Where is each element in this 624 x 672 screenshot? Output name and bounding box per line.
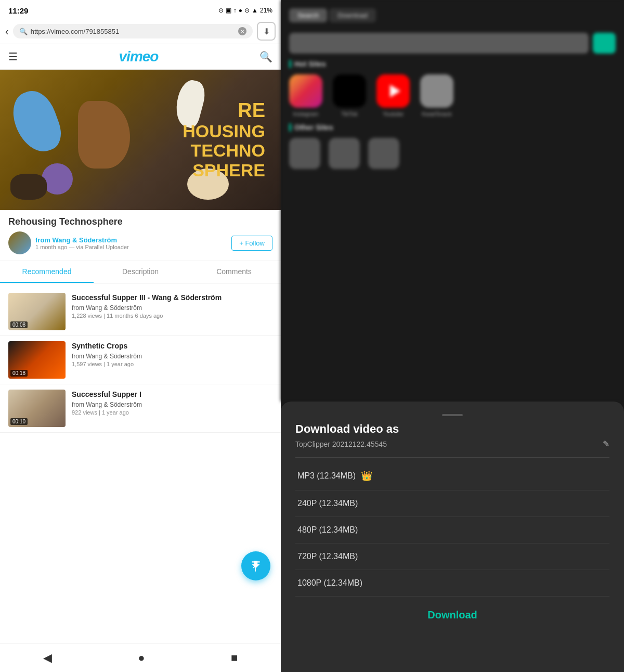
other-label: Kwai/Snack	[422, 111, 451, 117]
download-modal: Download video as TopClipper 20212122.45…	[281, 402, 624, 672]
rec-info: Successful Supper I from Wang & Söderstr…	[72, 390, 272, 416]
left-panel: 11:29 ⊙ ▣ ↑ ● ⊙ ▲ 21% ‹ 🔍 https://vimeo.…	[0, 0, 281, 672]
other-sites-label: Other Sites	[289, 123, 616, 132]
overlay-line4: SPHERE	[183, 161, 265, 180]
tabs-bar: Recommended Description Comments	[0, 261, 281, 283]
instagram-icon	[289, 74, 322, 108]
duration-badge: 00:18	[10, 370, 28, 377]
fab-download-button[interactable]	[241, 551, 270, 580]
format-720p[interactable]: 720P (12.34MB)	[295, 544, 609, 570]
follow-button[interactable]: + Follow	[231, 236, 272, 251]
other-site-1[interactable]	[289, 138, 320, 169]
format-240p[interactable]: 240P (12.34MB)	[295, 490, 609, 517]
rec-info: Synthetic Crops from Wang & Söderström 1…	[72, 341, 272, 367]
tiktok-icon	[333, 74, 366, 108]
menu-icon[interactable]: ☰	[8, 50, 18, 63]
status-icons: ⊙ ▣ ↑ ● ⊙ ▲ 21%	[218, 7, 272, 14]
status-time: 11:29	[8, 6, 28, 15]
format-mp3[interactable]: MP3 (12.34MB) 👑	[295, 462, 609, 490]
list-item[interactable]: 00:18 Synthetic Crops from Wang & Söders…	[0, 336, 281, 384]
author-avatar[interactable]	[8, 231, 31, 254]
close-icon: ✕	[240, 29, 244, 34]
browser-download-button[interactable]: ⬇	[257, 22, 276, 41]
rec-thumbnail-3: 00:10	[8, 390, 66, 427]
list-item[interactable]: 00:08 Successful Supper III - Wang & Söd…	[0, 288, 281, 336]
right-tab-download[interactable]: Download	[329, 8, 376, 22]
search-icon[interactable]: 🔍	[259, 50, 272, 63]
video-info: Rehousing Technosphere from Wang & Söder…	[0, 210, 281, 261]
hot-site-other[interactable]: Kwai/Snack	[420, 74, 453, 117]
screen-icon: ▣	[226, 7, 231, 14]
nav-recents-button[interactable]: ■	[231, 651, 238, 665]
nav-back-button[interactable]: ◀	[43, 651, 52, 665]
clear-button[interactable]: ✕	[238, 27, 246, 35]
other-site-icon	[420, 74, 453, 108]
480p-label: 480P (12.34MB)	[297, 525, 358, 535]
author-text: from Wang & Söderström 1 month ago — via…	[35, 236, 129, 250]
duration-badge: 00:08	[10, 321, 28, 328]
instagram-label: Instagram	[293, 111, 319, 117]
modal-handle	[442, 414, 463, 416]
other-site-2[interactable]	[329, 138, 360, 169]
hot-site-tiktok[interactable]: TikTok	[333, 74, 366, 117]
rec-info: Successful Supper III - Wang & Söderströ…	[72, 293, 272, 319]
right-tabs-row: Search Download	[289, 8, 616, 22]
duration-badge: 00:10	[10, 418, 28, 425]
clock-icon: ⊙	[218, 7, 224, 14]
rec-title: Synthetic Crops	[72, 341, 272, 351]
other-site-3[interactable]	[368, 138, 399, 169]
search-input[interactable]	[289, 33, 589, 54]
hot-sites-grid: Instagram TikTok Youtube Kwai/Snack	[289, 74, 616, 117]
download-button[interactable]: Download	[295, 601, 609, 629]
video-title: Rehousing Technosphere	[8, 216, 272, 227]
hot-site-instagram[interactable]: Instagram	[289, 74, 322, 117]
download-icon: ⬇	[263, 27, 270, 36]
240p-label: 240P (12.34MB)	[297, 499, 358, 508]
rec-stats: 1,597 views | 1 year ago	[72, 361, 272, 367]
status-bar: 11:29 ⊙ ▣ ↑ ● ⊙ ▲ 21%	[0, 0, 281, 19]
tiktok-label: TikTok	[341, 111, 357, 117]
right-search-bar	[289, 33, 616, 54]
edit-icon[interactable]: ✎	[603, 439, 609, 449]
rec-thumbnail-2: 00:18	[8, 341, 66, 379]
hot-sites-label: Hot Sites	[289, 60, 616, 68]
list-item[interactable]: 00:10 Successful Supper I from Wang & Sö…	[0, 384, 281, 433]
video-overlay: RE HOUSING TECHNO SPHERE	[183, 100, 265, 180]
rec-stats: 922 views | 1 year ago	[72, 409, 272, 416]
shape-decoration	[6, 85, 67, 158]
video-meta: from Wang & Söderström 1 month ago — via…	[8, 231, 272, 254]
format-480p[interactable]: 480P (12.34MB)	[295, 517, 609, 544]
tab-recommended[interactable]: Recommended	[0, 261, 94, 283]
modal-filename: TopClipper 20212122.45545	[295, 440, 387, 448]
right-tab-search[interactable]: Search	[289, 8, 327, 22]
rec-title: Successful Supper III - Wang & Söderströ…	[72, 293, 272, 302]
blurred-background: Search Download Hot Sites Instagram TikT…	[281, 0, 624, 402]
vimeo-header: ☰ vimeo 🔍	[0, 44, 281, 70]
other-sites-row	[289, 138, 616, 169]
back-button[interactable]: ‹	[5, 25, 9, 37]
hot-site-youtube[interactable]: Youtube	[376, 74, 410, 117]
shape-decoration	[78, 101, 130, 169]
author-name[interactable]: from Wang & Söderström	[35, 236, 129, 244]
url-text[interactable]: https://vimeo.com/791855851	[31, 28, 235, 35]
address-bar: ‹ 🔍 https://vimeo.com/791855851 ✕ ⬇	[0, 19, 281, 44]
tab-comments[interactable]: Comments	[187, 261, 281, 283]
wifi-icon: ⊙	[244, 7, 250, 14]
1080p-label: 1080P (12.34MB)	[297, 578, 362, 588]
720p-label: 720P (12.34MB)	[297, 552, 358, 561]
svg-marker-0	[390, 85, 400, 97]
search-button[interactable]	[593, 33, 616, 54]
mp3-label: MP3 (12.34MB)	[297, 471, 356, 481]
shape-decoration	[10, 174, 47, 200]
modal-filename-row: TopClipper 20212122.45545 ✎	[295, 439, 609, 458]
url-box[interactable]: 🔍 https://vimeo.com/791855851 ✕	[13, 24, 253, 38]
nav-home-button[interactable]: ●	[138, 651, 145, 665]
bottom-nav: ◀ ● ■	[0, 643, 281, 672]
tab-description[interactable]: Description	[94, 261, 187, 283]
video-thumbnail[interactable]: RE HOUSING TECHNO SPHERE	[0, 70, 281, 210]
youtube-label: Youtube	[383, 111, 404, 117]
overlay-line2: HOUSING	[183, 122, 265, 141]
signal-icon: ↑	[233, 7, 237, 14]
format-1080p[interactable]: 1080P (12.34MB)	[295, 570, 609, 597]
recommended-list: 00:08 Successful Supper III - Wang & Söd…	[0, 283, 281, 643]
